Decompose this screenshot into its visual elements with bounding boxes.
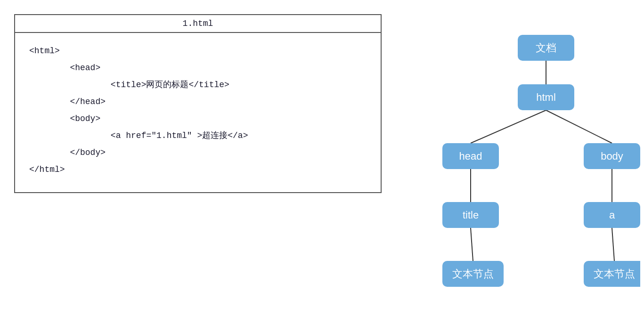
svg-text:文档: 文档 (536, 42, 556, 54)
code-body: <html> <head> <title>网页的标题</title> </hea… (15, 33, 381, 192)
svg-text:文本节点: 文本节点 (452, 268, 494, 280)
code-line: </body> (29, 144, 367, 161)
code-line: <a href="1.html" >超连接</a> (29, 127, 367, 144)
tree-node-head: head (442, 143, 499, 169)
svg-text:a: a (609, 209, 615, 221)
tree-diagram: 文档htmlheadbodytitlea文本节点文本节点 (395, 11, 640, 313)
tree-node-doc: 文档 (518, 35, 574, 61)
svg-text:body: body (601, 150, 623, 162)
tree-panel: 文档htmlheadbodytitlea文本节点文本节点 (391, 0, 644, 324)
code-line: <head> (29, 59, 367, 76)
code-title: 1.html (15, 15, 381, 33)
code-line: </html> (29, 161, 367, 178)
tree-node-text1: 文本节点 (442, 261, 504, 287)
code-line: <html> (29, 42, 367, 59)
tree-node-title: title (442, 202, 499, 228)
svg-text:文本节点: 文本节点 (594, 268, 635, 280)
svg-line-6 (612, 228, 614, 261)
svg-text:head: head (459, 150, 482, 162)
code-line: <title>网页的标题</title> (29, 76, 367, 93)
code-panel: 1.html <html> <head> <title>网页的标题</title… (14, 14, 382, 193)
code-line: </head> (29, 93, 367, 110)
svg-line-1 (471, 110, 546, 143)
svg-line-5 (471, 228, 473, 261)
tree-node-html: html (518, 84, 574, 110)
svg-text:title: title (462, 209, 478, 221)
tree-node-a: a (584, 202, 640, 228)
svg-line-2 (546, 110, 612, 143)
tree-node-text2: 文本节点 (584, 261, 640, 287)
code-line: <body> (29, 110, 367, 127)
tree-node-body: body (584, 143, 640, 169)
svg-text:html: html (536, 91, 556, 103)
